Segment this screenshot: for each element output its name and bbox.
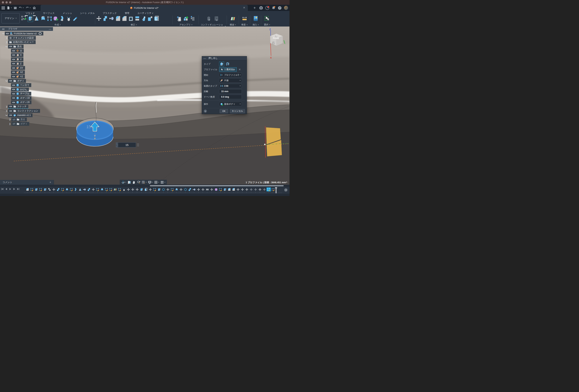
timeline-feature-sliders-41[interactable] [205, 187, 210, 191]
modify-group-label[interactable]: 修正 [96, 23, 171, 26]
ok-button[interactable]: OK [220, 109, 228, 113]
timeline-feature-offset-38[interactable] [192, 187, 196, 191]
configuration-table-button[interactable] [213, 15, 220, 22]
expander-icon[interactable]: ❯ [5, 79, 8, 82]
timeline-feature-move-dim-52[interactable] [253, 187, 258, 191]
dialog-header[interactable]: — 押し出し [202, 56, 247, 60]
expander-icon[interactable]: ❯ [5, 37, 8, 39]
timeline-feature-sweep-11[interactable] [73, 187, 78, 191]
timeline-scroll-track[interactable] [0, 185, 290, 187]
loft-rail-button[interactable] [66, 15, 72, 22]
active-component-badge[interactable] [39, 32, 42, 35]
tree-item-XY[interactable]: XY [11, 66, 25, 70]
timeline-feature-sketch-33[interactable] [170, 187, 174, 191]
timeline-settings-gear-icon[interactable] [284, 188, 288, 192]
expander-icon[interactable]: ❯ [8, 123, 11, 125]
tree-item-ボディ20[interactable]: ボディ20 [11, 100, 31, 104]
comments-bar[interactable]: コメント + [0, 180, 54, 185]
timeline-feature-sketch-active-55[interactable] [267, 187, 271, 191]
create-group-label[interactable]: 作成 [21, 23, 94, 26]
timeline-feature-revolve-9[interactable] [65, 187, 69, 191]
info-icon[interactable]: i [204, 109, 207, 113]
orbit-icon[interactable] [121, 180, 126, 184]
loft-button[interactable] [34, 15, 39, 22]
clear-profile-icon[interactable]: ✕ [238, 68, 241, 71]
timeline-feature-sketch-18[interactable] [104, 187, 109, 191]
timeline-feature-extrude-30[interactable] [157, 187, 161, 191]
help-icon[interactable] [278, 6, 282, 10]
go-to-end-button[interactable] [17, 188, 20, 190]
offset-face-button[interactable] [109, 15, 114, 22]
undo-button[interactable] [19, 6, 24, 9]
timeline-feature-combine-14[interactable] [87, 187, 91, 191]
timeline-feature-circ-pattern-36[interactable] [183, 187, 188, 191]
cancel-button[interactable]: キャンセル [230, 109, 245, 113]
shell-button[interactable] [128, 15, 134, 22]
timeline-feature-move-48[interactable] [236, 187, 240, 191]
grid-icon[interactable] [154, 180, 159, 184]
step-back-button[interactable] [5, 188, 8, 190]
tree-item-ボディ[interactable]: ボディ [8, 79, 26, 83]
tree-item-O[interactable]: O [11, 49, 24, 53]
timeline-feature-extrude-45[interactable] [223, 187, 227, 191]
chamfer-button[interactable] [122, 15, 127, 22]
expander-icon[interactable]: ❯ [5, 114, 8, 117]
extensions-icon[interactable] [259, 6, 263, 10]
tree-item-ボディ[interactable]: ボディ [11, 122, 29, 126]
visibility-eye-icon[interactable] [9, 114, 12, 116]
timeline-feature-offset-13[interactable] [82, 187, 87, 191]
zoom-window-icon[interactable] [142, 180, 147, 184]
sweep-button[interactable] [60, 15, 65, 22]
visibility-eye-icon[interactable] [9, 45, 12, 48]
expander-icon[interactable]: ❯ [5, 105, 8, 108]
fillet-button[interactable] [115, 15, 121, 22]
timeline-feature-fillet-47[interactable] [231, 187, 236, 191]
timeline-feature-move-35[interactable] [179, 187, 183, 191]
bom-table-icon[interactable] [190, 15, 195, 22]
timeline-feature-fillet-46[interactable] [227, 187, 231, 191]
timeline-scroll-thumb[interactable] [150, 185, 284, 186]
timeline-feature-sketch-44[interactable] [218, 187, 223, 191]
tree-item-かびん[interactable]: かびん [11, 87, 29, 91]
visibility-eye-icon[interactable] [12, 76, 15, 78]
assemble-group-label[interactable]: アセンブリ [174, 23, 198, 26]
timeline-feature-sketch-21[interactable] [117, 187, 122, 191]
timeline-feature-rect-pattern-27[interactable] [144, 187, 148, 191]
taper-angle-input[interactable]: 0.0 deg [219, 95, 242, 99]
timeline-feature-fillet-0[interactable] [25, 187, 30, 191]
inspect-group-label[interactable]: 検査 [239, 23, 250, 26]
timeline-feature-move-28[interactable] [148, 187, 152, 191]
tree-item-原点[interactable]: 原点 [11, 118, 27, 121]
tree-item-テーブル[interactable]: テーブル [11, 92, 31, 96]
visibility-eye-icon[interactable] [12, 88, 15, 90]
operation-dropdown[interactable]: 新規ボディ [219, 102, 242, 106]
timeline-feature-revolve-17[interactable] [100, 187, 104, 191]
pattern-button[interactable] [47, 15, 52, 22]
minimize-panel-icon[interactable]: — [49, 28, 51, 31]
visibility-eye-icon[interactable] [12, 54, 15, 56]
close-tab-icon[interactable]: ✕ [243, 6, 245, 9]
revolve-button[interactable] [40, 15, 46, 22]
display-settings-icon[interactable] [148, 180, 153, 184]
timeline-feature-move-42[interactable] [210, 187, 214, 191]
workspace-selector[interactable]: デザイン [1, 13, 20, 23]
pipe-button[interactable] [72, 15, 78, 22]
timeline-feature-move-32[interactable] [166, 187, 170, 191]
timeline-feature-move-23[interactable] [126, 187, 131, 191]
timeline-feature-extrude-2[interactable] [34, 187, 38, 191]
timeline-feature-move-15[interactable] [91, 187, 95, 191]
measure-button[interactable] [242, 15, 247, 22]
timeline-feature-sketch-8[interactable] [60, 187, 65, 191]
timeline-feature-sketch-10[interactable] [69, 187, 73, 191]
insert-image-button[interactable] [253, 15, 258, 22]
visibility-eye-icon[interactable] [12, 50, 15, 52]
tree-item-ペン立て[interactable]: ペン立て [11, 83, 31, 87]
timeline-feature-combine-7[interactable] [56, 187, 60, 191]
tree-item-ドキュメントの設定[interactable]: ドキュメントの設定 [8, 36, 36, 40]
user-avatar[interactable] [284, 6, 288, 10]
visibility-eye-icon[interactable] [12, 67, 15, 69]
timeline-feature-planes-20[interactable] [113, 187, 117, 191]
type-solid-extrude-button[interactable] [219, 62, 224, 66]
timeline-feature-move-40[interactable] [201, 187, 205, 191]
construct-plane-button[interactable] [230, 15, 236, 22]
